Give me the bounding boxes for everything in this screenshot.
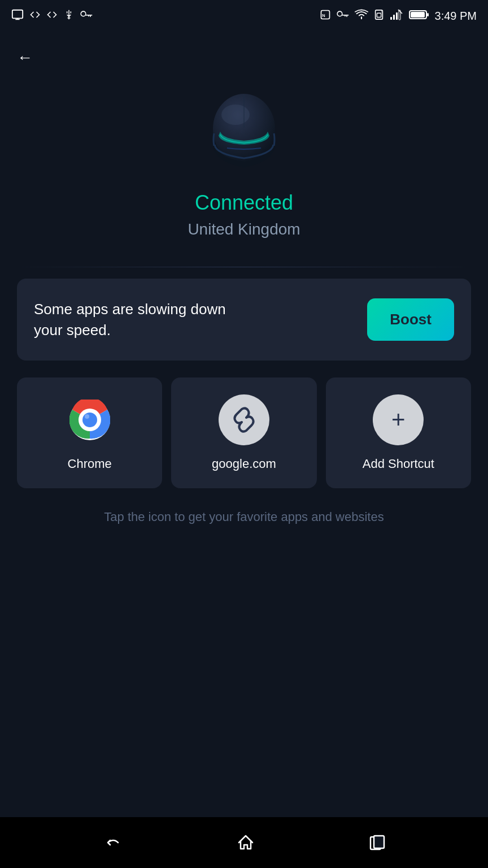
status-time: 3:49 PM bbox=[435, 10, 477, 23]
shortcut-chrome[interactable]: Chrome bbox=[17, 377, 162, 488]
svg-rect-18 bbox=[393, 15, 395, 20]
svg-rect-19 bbox=[396, 12, 398, 20]
battery-icon bbox=[409, 9, 429, 23]
nav-back-button[interactable] bbox=[97, 827, 128, 858]
usb-icon bbox=[63, 9, 75, 23]
svg-text:!: ! bbox=[381, 10, 382, 14]
vpnkey-icon bbox=[337, 10, 349, 23]
back-arrow-icon: ← bbox=[17, 49, 33, 67]
hero-section: Connected United Kingdom bbox=[17, 89, 471, 238]
section-divider bbox=[17, 267, 471, 267]
status-icons-right: N ↓ ! bbox=[320, 9, 477, 23]
svg-point-35 bbox=[85, 414, 89, 419]
shortcuts-grid: Chrome google.com + Add Shortcut bbox=[17, 377, 471, 488]
status-icons-left bbox=[11, 8, 93, 24]
svg-point-34 bbox=[82, 413, 97, 427]
boost-card: Some apps are slowing down your speed. B… bbox=[17, 279, 471, 361]
google-label: google.com bbox=[212, 457, 276, 471]
country-label: United Kingdom bbox=[188, 220, 300, 238]
code2-icon bbox=[46, 9, 58, 23]
svg-point-3 bbox=[81, 11, 86, 16]
plus-icon: + bbox=[391, 408, 406, 432]
svg-text:↓: ↓ bbox=[360, 9, 362, 12]
wifi-icon: ↓ bbox=[355, 9, 368, 23]
nav-home-button[interactable] bbox=[231, 828, 260, 857]
add-icon-wrap: + bbox=[373, 394, 424, 445]
svg-rect-0 bbox=[12, 10, 23, 18]
boost-button[interactable]: Boost bbox=[367, 298, 454, 341]
svg-point-26 bbox=[221, 105, 250, 125]
add-shortcut-label: Add Shortcut bbox=[363, 457, 434, 471]
svg-rect-15 bbox=[377, 13, 381, 17]
link-icon-wrap bbox=[219, 394, 269, 445]
svg-point-9 bbox=[337, 11, 342, 16]
shortcut-add[interactable]: + Add Shortcut bbox=[326, 377, 471, 488]
svg-rect-17 bbox=[390, 17, 392, 20]
sim-icon: ! bbox=[374, 9, 384, 23]
svg-rect-37 bbox=[374, 836, 384, 848]
nav-bar bbox=[0, 817, 488, 868]
status-bar: N ↓ ! bbox=[0, 0, 488, 32]
svg-text:N: N bbox=[322, 13, 325, 18]
signal-icon bbox=[390, 9, 403, 23]
chrome-label: Chrome bbox=[68, 457, 112, 471]
nav-recents-button[interactable] bbox=[363, 828, 391, 857]
connected-status: Connected bbox=[195, 191, 293, 215]
main-content: ← bbox=[0, 32, 488, 817]
hint-text: Tap the icon to get your favorite apps a… bbox=[17, 507, 471, 526]
svg-rect-24 bbox=[427, 13, 429, 16]
boost-message: Some apps are slowing down your speed. bbox=[34, 299, 237, 340]
back-button[interactable]: ← bbox=[17, 43, 33, 72]
key-icon bbox=[80, 10, 93, 23]
nfc-icon: N bbox=[320, 9, 331, 23]
screenshot-icon bbox=[11, 8, 24, 24]
helmet-image bbox=[199, 89, 289, 180]
chrome-icon-wrap bbox=[64, 394, 115, 445]
shortcut-google[interactable]: google.com bbox=[171, 377, 316, 488]
svg-rect-23 bbox=[411, 12, 425, 18]
code1-icon bbox=[29, 9, 41, 23]
